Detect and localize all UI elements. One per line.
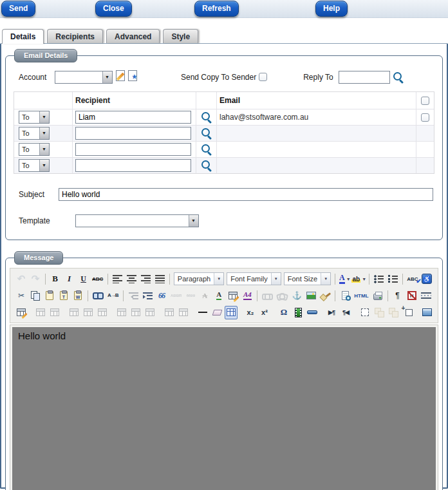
recipient-type-select[interactable]: To <box>19 127 50 140</box>
paste-from-word-icon[interactable]: W <box>71 289 84 303</box>
tab-advanced[interactable]: Advanced <box>106 29 160 43</box>
find-replace-icon[interactable] <box>106 289 120 303</box>
underline-icon[interactable]: U <box>77 272 90 286</box>
find-icon[interactable] <box>91 289 105 303</box>
absolute-position-icon[interactable] <box>401 306 414 319</box>
insert-row-before-icon[interactable] <box>68 306 80 319</box>
attributes-icon[interactable] <box>227 289 239 303</box>
tab-recipients[interactable]: Recipients <box>47 29 103 43</box>
advanced-hr-icon[interactable] <box>306 306 319 319</box>
paragraph-mark-icon[interactable]: ¶ <box>391 289 404 303</box>
edit-account-icon[interactable] <box>116 70 125 84</box>
remove-format-icon[interactable] <box>210 306 223 319</box>
anchor-icon[interactable]: ⚓ <box>290 289 303 303</box>
search-recipient-icon[interactable] <box>201 111 212 123</box>
table-row-properties-icon[interactable] <box>34 306 47 319</box>
numbered-list-icon[interactable] <box>386 272 399 286</box>
recipient-type-select[interactable]: To <box>19 111 50 124</box>
align-justify-icon[interactable] <box>153 272 166 286</box>
acronym-icon[interactable]: A4 <box>241 289 254 303</box>
spellcheck-icon[interactable]: ABC <box>406 272 419 286</box>
visual-guidelines-icon[interactable] <box>225 306 238 319</box>
insert-row-after-icon[interactable] <box>82 306 95 319</box>
align-center-icon[interactable] <box>125 272 138 286</box>
account-select[interactable] <box>55 71 113 84</box>
insert-column-after-icon[interactable] <box>129 306 142 319</box>
superscript-icon[interactable]: x² <box>258 306 271 319</box>
search-recipient-icon[interactable] <box>201 160 212 171</box>
recipient-name-input[interactable] <box>75 143 191 156</box>
search-recipient-icon[interactable] <box>201 127 212 139</box>
accessibility-check-icon[interactable]: ♿ <box>420 272 433 286</box>
delete-row-icon[interactable] <box>96 306 109 319</box>
align-left-icon[interactable] <box>111 272 124 286</box>
deletion-icon[interactable]: A <box>198 289 211 303</box>
search-recipient-icon[interactable] <box>201 144 212 155</box>
help-button[interactable]: Help <box>315 1 348 17</box>
insertion-icon[interactable]: A <box>212 289 225 303</box>
table-cell-properties-icon[interactable] <box>48 306 61 319</box>
quotes-icon[interactable]: 6699 <box>184 289 197 303</box>
italic-icon[interactable]: I <box>63 272 76 286</box>
recipient-type-select[interactable]: To <box>19 143 50 156</box>
image-icon[interactable] <box>304 289 317 303</box>
paragraph-select[interactable]: Paragraph <box>174 272 224 285</box>
template-select[interactable] <box>75 214 199 227</box>
message-editor-area[interactable]: Hello world <box>12 327 436 490</box>
tab-style[interactable]: Style <box>163 29 198 43</box>
highlight-color-icon[interactable]: ab▼ <box>353 272 366 286</box>
fullscreen-icon[interactable] <box>420 306 433 319</box>
paste-icon[interactable] <box>43 289 56 303</box>
bold-icon[interactable]: B <box>49 272 62 286</box>
blockquote-icon[interactable]: 66 <box>155 289 168 303</box>
recipient-name-input[interactable] <box>75 159 191 172</box>
tab-details[interactable]: Details <box>2 29 44 44</box>
delete-column-icon[interactable] <box>144 306 156 319</box>
recipient-type-select[interactable]: To <box>19 159 50 172</box>
visual-chars-icon[interactable]: N <box>406 289 418 303</box>
align-right-icon[interactable] <box>139 272 152 286</box>
font-color-icon[interactable]: A▼ <box>339 272 351 286</box>
html-source-icon[interactable]: HTML <box>353 289 369 303</box>
search-reply-to-icon[interactable] <box>393 71 404 83</box>
subject-input[interactable] <box>59 188 433 201</box>
insert-column-before-icon[interactable] <box>115 306 128 319</box>
outdent-icon[interactable] <box>127 289 140 303</box>
link-icon[interactable] <box>261 289 274 303</box>
recipient-row-checkbox[interactable] <box>421 113 429 122</box>
horizontal-rule-icon[interactable] <box>196 306 209 319</box>
font-size-select[interactable]: Font Size <box>284 272 331 285</box>
merge-cells-icon[interactable] <box>177 306 190 319</box>
insert-table-icon[interactable] <box>15 306 28 319</box>
insert-media-icon[interactable] <box>292 306 304 319</box>
send-button[interactable]: Send <box>1 1 35 17</box>
rtl-icon[interactable]: ¶◀ <box>339 306 352 319</box>
move-backward-icon[interactable] <box>387 306 400 319</box>
split-cells-icon[interactable] <box>163 306 176 319</box>
abbreviation-icon[interactable]: ABBR <box>169 289 183 303</box>
recipient-name-input[interactable] <box>75 127 191 140</box>
copy-icon[interactable] <box>29 289 42 303</box>
recipient-name-input[interactable] <box>75 111 191 124</box>
undo-icon[interactable]: ↶ <box>15 272 28 286</box>
refresh-button[interactable]: Refresh <box>194 1 239 17</box>
ltr-icon[interactable]: ▶¶ <box>325 306 338 319</box>
special-character-icon[interactable]: Ω <box>277 306 290 319</box>
reply-to-input[interactable] <box>339 71 390 84</box>
select-all-checkbox[interactable] <box>421 97 429 105</box>
print-icon[interactable] <box>371 289 384 303</box>
paste-as-text-icon[interactable]: T <box>57 289 70 303</box>
redo-icon[interactable]: ↷ <box>29 272 42 286</box>
preview-icon[interactable] <box>339 289 351 303</box>
indent-icon[interactable] <box>141 289 154 303</box>
bullet-list-icon[interactable] <box>372 272 385 286</box>
cut-icon[interactable]: ✂ <box>15 289 28 303</box>
insert-layer-icon[interactable] <box>359 306 371 319</box>
send-copy-checkbox[interactable] <box>259 73 267 81</box>
strikethrough-icon[interactable]: ABC <box>91 272 104 286</box>
page-break-icon[interactable] <box>420 289 433 303</box>
close-button[interactable]: Close <box>95 1 132 17</box>
unlink-icon[interactable] <box>275 289 289 303</box>
font-family-select[interactable]: Font Family <box>227 272 281 285</box>
cleanup-icon[interactable] <box>319 289 331 303</box>
